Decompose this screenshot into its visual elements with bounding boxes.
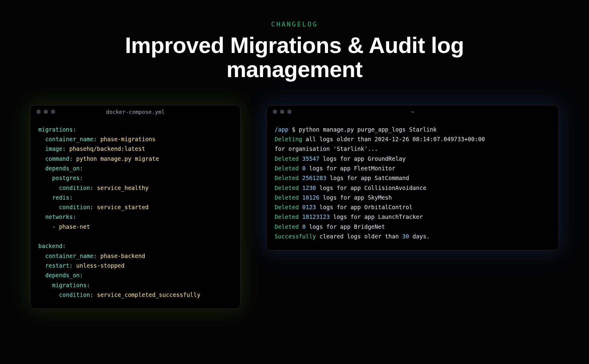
log-count: 0 (302, 165, 306, 172)
log-text: logs for app (326, 175, 375, 181)
yaml-window: docker-compose.yml migrations: container… (30, 105, 241, 309)
eyebrow-label: CHANGELOG (0, 20, 589, 28)
page-header: CHANGELOG Improved Migrations & Audit lo… (0, 0, 589, 82)
title-line-2: management (226, 57, 362, 82)
yaml-key: redis: (52, 194, 73, 201)
log-app: LaunchTracker (378, 213, 423, 220)
log-count: 1230 (302, 185, 316, 191)
yaml-value: phase-backend (97, 253, 145, 259)
yaml-key: condition: (59, 204, 93, 210)
yaml-value: phase-migrations (97, 136, 155, 142)
log-keyword: Deleted (275, 194, 302, 201)
terminal-body: /app $ python manage.py purge_app_logs S… (267, 119, 559, 250)
yaml-key: container_name: (45, 253, 97, 259)
yaml-value: python manage.py migrate (73, 155, 159, 162)
panels-row: docker-compose.yml migrations: container… (0, 105, 589, 309)
yaml-key: condition: (59, 185, 93, 191)
yaml-key: command: (45, 155, 73, 162)
title-line-1: Improved Migrations & Audit log (125, 33, 464, 58)
terminal-titlebar: ~ (267, 105, 559, 119)
log-keyword: Deleting (275, 136, 302, 142)
log-app: CollisionAvoidance (364, 185, 426, 191)
yaml-key: condition: (59, 291, 93, 298)
log-count: 0123 (302, 204, 316, 210)
log-text: for organisation 'Starlink'... (275, 145, 378, 152)
yaml-key: postgres: (52, 175, 83, 181)
terminal-window-title: ~ (267, 109, 559, 115)
log-app: BridgeNet (354, 223, 385, 230)
command-text: python manage.py purge_app_logs Starlink (299, 126, 437, 133)
yaml-key: container_name: (45, 136, 97, 142)
log-keyword: Deleted (275, 175, 302, 181)
yaml-key: backend: (38, 243, 66, 249)
yaml-key: migrations: (38, 126, 76, 133)
log-keyword: Deleted (275, 204, 302, 210)
log-keyword: Deleted (275, 165, 302, 172)
yaml-key: restart: (45, 262, 73, 269)
yaml-value: phasehq/backend:latest (66, 145, 145, 152)
log-keyword: Successfully (275, 233, 316, 240)
log-count: 0 (302, 223, 306, 230)
yaml-value: service_started (93, 204, 149, 210)
log-count: 18123123 (302, 213, 330, 220)
yaml-body: migrations: container_name: phase-migrat… (30, 119, 240, 309)
page-title: Improved Migrations & Audit log manageme… (0, 33, 589, 82)
log-text: days. (409, 233, 430, 240)
yaml-key: networks: (45, 213, 76, 220)
yaml-value: - phase-net (52, 223, 90, 230)
log-text: all logs older than 2024-12-26 08:14:07.… (302, 136, 485, 142)
log-text: logs for app (306, 165, 354, 172)
log-app: FleetMonitor (354, 165, 395, 172)
terminal-window: ~ /app $ python manage.py purge_app_logs… (266, 105, 559, 251)
log-days: 30 (402, 233, 409, 240)
yaml-window-title: docker-compose.yml (30, 109, 240, 115)
log-app: OrbitalControl (364, 204, 412, 210)
log-app: SkyMesh (368, 194, 392, 201)
log-keyword: Deleted (275, 223, 302, 230)
log-text: logs for app (316, 204, 364, 210)
log-text: logs for app (306, 223, 354, 230)
yaml-key: migrations: (52, 282, 90, 288)
log-app: GroundRelay (368, 155, 406, 162)
log-text: logs for app (330, 213, 378, 220)
yaml-key: image: (45, 145, 66, 152)
yaml-value: service_completed_successfully (93, 291, 200, 298)
yaml-value: unless-stopped (73, 262, 124, 269)
log-keyword: Deleted (275, 155, 302, 162)
yaml-titlebar: docker-compose.yml (30, 105, 240, 119)
log-count: 10126 (302, 194, 320, 201)
yaml-key: depends_on: (45, 165, 83, 172)
log-text: logs for app (320, 155, 368, 162)
log-count: 35547 (302, 155, 320, 162)
log-keyword: Deleted (275, 213, 302, 220)
prompt-path: /app (275, 126, 288, 133)
prompt-symbol: $ (288, 126, 299, 133)
yaml-value: service_healthy (93, 185, 149, 191)
log-count: 2561283 (302, 175, 326, 181)
yaml-key: depends_on: (45, 272, 83, 278)
log-keyword: Deleted (275, 185, 302, 191)
log-app: SatCommand (375, 175, 409, 181)
log-text: logs for app (320, 194, 368, 201)
log-text: logs for app (316, 185, 364, 191)
log-text: cleared logs older than (316, 233, 402, 240)
